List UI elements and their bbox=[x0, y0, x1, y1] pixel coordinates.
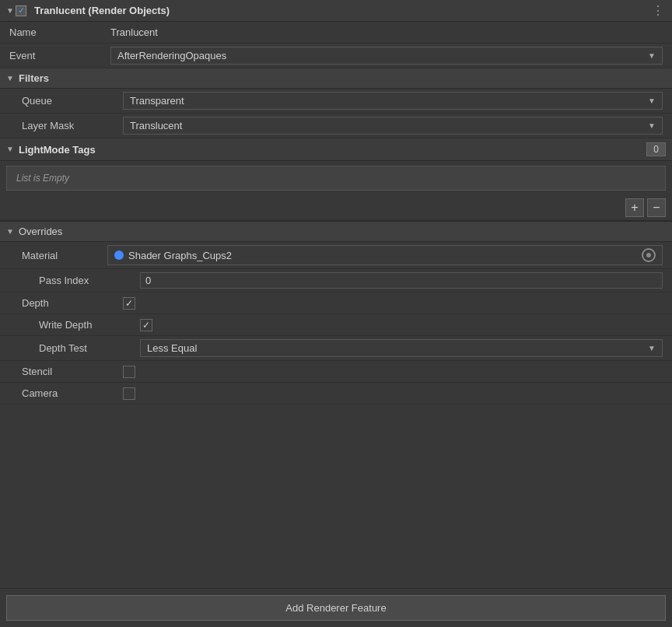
filters-label: Filters bbox=[19, 72, 120, 84]
write-depth-checkbox[interactable] bbox=[140, 319, 152, 331]
layer-mask-label: Layer Mask bbox=[22, 120, 123, 131]
event-dropdown-control[interactable]: AfterRenderingOpaques ▼ bbox=[110, 47, 663, 65]
name-value: Tranlucent bbox=[110, 26, 663, 38]
lightmode-collapse-icon[interactable]: ▼ bbox=[6, 145, 16, 154]
layer-mask-row: Layer Mask Translucent ▼ bbox=[0, 114, 672, 138]
material-dropdown[interactable]: Shader Graphs_Cups2 bbox=[107, 245, 663, 265]
depth-test-row: Depth Test Less Equal ▼ bbox=[0, 336, 672, 361]
list-empty-text: List is Empty bbox=[6, 166, 666, 191]
camera-label: Camera bbox=[22, 387, 123, 399]
spacer bbox=[0, 405, 672, 451]
depth-test-dropdown-arrow-icon: ▼ bbox=[648, 344, 656, 352]
queue-label: Queue bbox=[22, 95, 123, 107]
depth-test-dropdown[interactable]: Less Equal ▼ bbox=[140, 339, 663, 357]
section-header: ▼ Tranlucent (Render Objects) ⋮ bbox=[0, 0, 672, 22]
name-label: Name bbox=[9, 26, 110, 38]
event-label: Event bbox=[9, 50, 110, 61]
overrides-label: Overrides bbox=[19, 226, 120, 237]
bottom-bar: Add Renderer Feature bbox=[0, 588, 672, 627]
write-depth-label: Write Depth bbox=[39, 319, 140, 331]
remove-lightmode-tag-button[interactable]: − bbox=[647, 198, 666, 217]
depth-row: Depth bbox=[0, 292, 672, 314]
section-title: Tranlucent (Render Objects) bbox=[34, 5, 170, 16]
event-dropdown[interactable]: AfterRenderingOpaques ▼ bbox=[110, 47, 663, 65]
lightmode-tags-header[interactable]: ▼ LightMode Tags 0 bbox=[0, 138, 672, 161]
layer-mask-dropdown-arrow-icon: ▼ bbox=[648, 121, 656, 130]
filters-header[interactable]: ▼ Filters bbox=[0, 68, 672, 89]
stencil-label: Stencil bbox=[22, 366, 123, 377]
camera-row: Camera bbox=[0, 383, 672, 405]
overrides-collapse-icon[interactable]: ▼ bbox=[6, 227, 16, 236]
queue-dropdown-arrow-icon: ▼ bbox=[648, 96, 656, 105]
pass-index-label: Pass Index bbox=[39, 275, 140, 286]
overrides-header[interactable]: ▼ Overrides bbox=[0, 221, 672, 242]
queue-row: Queue Transparent ▼ bbox=[0, 89, 672, 114]
enabled-checkbox[interactable] bbox=[16, 5, 26, 16]
material-target-icon[interactable] bbox=[642, 248, 656, 262]
depth-checkbox[interactable] bbox=[123, 297, 135, 310]
add-renderer-feature-button[interactable]: Add Renderer Feature bbox=[6, 595, 666, 621]
layer-mask-dropdown[interactable]: Translucent ▼ bbox=[123, 117, 663, 135]
material-value: Shader Graphs_Cups2 bbox=[128, 250, 232, 261]
name-row: Name Tranlucent bbox=[0, 22, 672, 44]
panel: ▼ Tranlucent (Render Objects) ⋮ Name Tra… bbox=[0, 0, 672, 451]
write-depth-row: Write Depth bbox=[0, 314, 672, 336]
material-row: Material Shader Graphs_Cups2 bbox=[0, 242, 672, 269]
material-dot-icon bbox=[114, 250, 124, 260]
stencil-checkbox[interactable] bbox=[123, 366, 135, 378]
lightmode-tags-label: LightMode Tags bbox=[19, 144, 646, 156]
layer-mask-dropdown-control[interactable]: Translucent ▼ bbox=[123, 117, 663, 135]
depth-test-label: Depth Test bbox=[39, 342, 140, 354]
queue-dropdown-control[interactable]: Transparent ▼ bbox=[123, 92, 663, 110]
pass-index-row: Pass Index bbox=[0, 269, 672, 292]
add-lightmode-tag-button[interactable]: + bbox=[625, 198, 644, 217]
event-row: Event AfterRenderingOpaques ▼ bbox=[0, 44, 672, 68]
event-dropdown-arrow-icon: ▼ bbox=[648, 51, 656, 60]
stencil-row: Stencil bbox=[0, 361, 672, 383]
lightmode-tags-count: 0 bbox=[646, 142, 666, 156]
add-remove-row: + − bbox=[0, 195, 672, 220]
three-dots-menu-icon[interactable]: ⋮ bbox=[652, 3, 664, 18]
camera-checkbox[interactable] bbox=[123, 387, 135, 400]
pass-index-input[interactable] bbox=[140, 272, 663, 289]
depth-label: Depth bbox=[22, 297, 123, 309]
queue-dropdown[interactable]: Transparent ▼ bbox=[123, 92, 663, 110]
collapse-arrow-icon[interactable]: ▼ bbox=[6, 6, 16, 16]
material-label: Material bbox=[22, 250, 107, 261]
depth-test-dropdown-control[interactable]: Less Equal ▼ bbox=[140, 339, 663, 357]
filters-collapse-icon[interactable]: ▼ bbox=[6, 74, 16, 83]
